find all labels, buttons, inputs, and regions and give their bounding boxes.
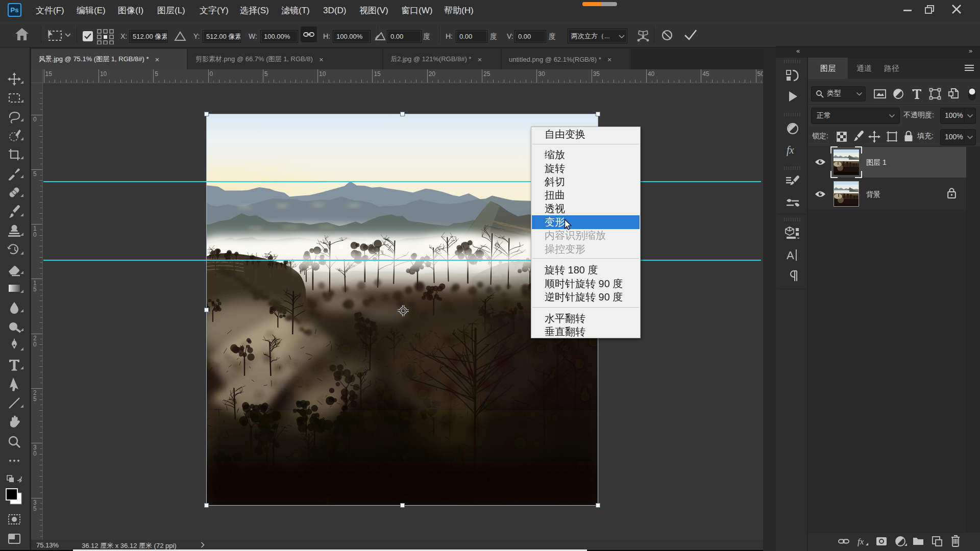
svg-text:fx: fx <box>857 537 864 546</box>
svg-text:fx: fx <box>787 144 794 156</box>
svg-text:A: A <box>787 249 794 262</box>
